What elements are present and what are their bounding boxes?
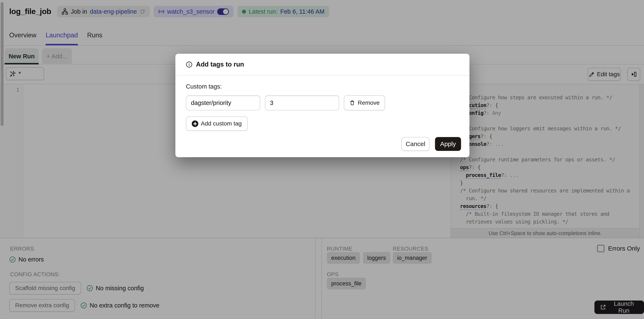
add-custom-tag-button[interactable]: Add custom tag	[186, 116, 248, 131]
custom-tags-label: Custom tags:	[186, 83, 459, 90]
dialog-body: Custom tags: Remove Add custom tag	[176, 75, 470, 131]
trash-icon	[349, 100, 355, 106]
modal-overlay	[0, 0, 644, 319]
remove-tag-button[interactable]: Remove	[344, 95, 385, 110]
tag-value-input[interactable]	[265, 95, 339, 110]
plus-circle-icon	[192, 120, 198, 127]
cancel-button[interactable]: Cancel	[402, 137, 430, 151]
remove-tag-label: Remove	[358, 99, 380, 106]
tag-row: Remove	[186, 95, 459, 110]
dialog-title: Add tags to run	[196, 61, 244, 68]
add-tags-dialog: Add tags to run Custom tags: Remove A	[176, 54, 470, 157]
dialog-header: Add tags to run	[176, 54, 470, 75]
dialog-footer: Cancel Apply	[402, 137, 461, 151]
apply-button[interactable]: Apply	[435, 137, 461, 151]
tag-key-input[interactable]	[186, 95, 260, 110]
info-icon	[186, 61, 192, 68]
add-custom-tag-label: Add custom tag	[201, 120, 242, 127]
launchpad-page: log_file_job Job in data-eng-pipeline	[0, 0, 644, 319]
